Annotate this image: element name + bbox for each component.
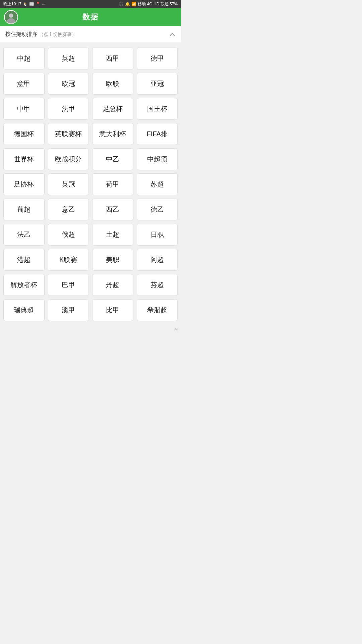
league-item[interactable]: 荷甲 bbox=[92, 173, 133, 195]
league-item[interactable]: 国王杯 bbox=[137, 98, 178, 120]
league-item[interactable]: 西甲 bbox=[92, 48, 133, 69]
league-item[interactable]: 美职 bbox=[92, 249, 133, 271]
watermark: Ai bbox=[0, 326, 181, 332]
wifi-icon: 📶 bbox=[131, 2, 136, 6]
sort-main-text: 按住拖动排序 bbox=[5, 31, 38, 37]
league-item[interactable]: 意乙 bbox=[48, 199, 89, 220]
league-item[interactable]: 西乙 bbox=[92, 199, 133, 220]
league-item[interactable]: 德国杯 bbox=[3, 123, 45, 145]
league-item[interactable]: 中超 bbox=[3, 48, 45, 69]
league-item[interactable]: 世界杯 bbox=[3, 148, 45, 170]
sort-bar-label: 按住拖动排序 （点击切换赛事） bbox=[5, 31, 76, 38]
league-item[interactable]: 欧联 bbox=[92, 73, 133, 95]
league-item[interactable]: 阿超 bbox=[137, 249, 178, 271]
league-item[interactable]: 亚冠 bbox=[137, 73, 178, 95]
league-item[interactable]: 澳甲 bbox=[48, 299, 89, 321]
app-icon-2: 📍 bbox=[36, 2, 41, 6]
app-icon-1: 📰 bbox=[29, 2, 34, 6]
avatar[interactable] bbox=[4, 10, 18, 24]
league-item[interactable]: 中乙 bbox=[92, 148, 133, 170]
svg-point-1 bbox=[9, 13, 13, 18]
alarm-icon: 🔔 bbox=[125, 2, 130, 6]
page-title: 数据 bbox=[82, 12, 99, 22]
status-bar: 晚上10:17 🐧 📰 📍 ··· 🎧 🔔 📶 移动 4G HD 联通 57% bbox=[0, 0, 181, 8]
league-item[interactable]: 德乙 bbox=[137, 199, 178, 220]
collapse-icon[interactable] bbox=[169, 31, 176, 38]
league-item[interactable]: 瑞典超 bbox=[3, 299, 45, 321]
carrier-info: 移动 4G HD 联通 57% bbox=[138, 1, 178, 7]
league-item[interactable]: 英冠 bbox=[48, 173, 89, 195]
league-item[interactable]: 苏超 bbox=[137, 173, 178, 195]
headphone-icon: 🎧 bbox=[119, 2, 124, 6]
league-item[interactable]: FIFA排 bbox=[137, 123, 178, 145]
league-item[interactable]: 俄超 bbox=[48, 224, 89, 246]
league-item[interactable]: 芬超 bbox=[137, 274, 178, 296]
league-item[interactable]: 欧冠 bbox=[48, 73, 89, 95]
league-grid: 中超英超西甲德甲意甲欧冠欧联亚冠中甲法甲足总杯国王杯德国杯英联赛杯意大利杯FIF… bbox=[0, 43, 181, 326]
league-item[interactable]: 欧战积分 bbox=[48, 148, 89, 170]
league-item[interactable]: 巴甲 bbox=[48, 274, 89, 296]
league-item[interactable]: 丹超 bbox=[92, 274, 133, 296]
league-item[interactable]: 法甲 bbox=[48, 98, 89, 120]
time-display: 晚上10:17 bbox=[3, 1, 21, 7]
league-item[interactable]: 比甲 bbox=[92, 299, 133, 321]
sort-bar: 按住拖动排序 （点击切换赛事） bbox=[0, 26, 181, 43]
status-time: 晚上10:17 🐧 📰 📍 ··· bbox=[3, 1, 45, 7]
league-item[interactable]: 德甲 bbox=[137, 48, 178, 69]
league-item[interactable]: 足总杯 bbox=[92, 98, 133, 120]
league-item[interactable]: K联赛 bbox=[48, 249, 89, 271]
league-item[interactable]: 解放者杯 bbox=[3, 274, 45, 296]
league-item[interactable]: 港超 bbox=[3, 249, 45, 271]
league-item[interactable]: 中甲 bbox=[3, 98, 45, 120]
league-item[interactable]: 日职 bbox=[137, 224, 178, 246]
status-right-info: 🎧 🔔 📶 移动 4G HD 联通 57% bbox=[119, 1, 178, 7]
league-item[interactable]: 法乙 bbox=[3, 224, 45, 246]
league-item[interactable]: 土超 bbox=[92, 224, 133, 246]
league-item[interactable]: 英联赛杯 bbox=[48, 123, 89, 145]
notification-icon: 🐧 bbox=[23, 2, 28, 6]
league-item[interactable]: 中超预 bbox=[137, 148, 178, 170]
league-item[interactable]: 希腊超 bbox=[137, 299, 178, 321]
header: 数据 bbox=[0, 8, 181, 26]
sort-sub-text: （点击切换赛事） bbox=[39, 31, 76, 37]
league-item[interactable]: 葡超 bbox=[3, 199, 45, 220]
league-item[interactable]: 英超 bbox=[48, 48, 89, 69]
league-item[interactable]: 意甲 bbox=[3, 73, 45, 95]
more-icon: ··· bbox=[42, 2, 45, 6]
league-item[interactable]: 足协杯 bbox=[3, 173, 45, 195]
league-item[interactable]: 意大利杯 bbox=[92, 123, 133, 145]
